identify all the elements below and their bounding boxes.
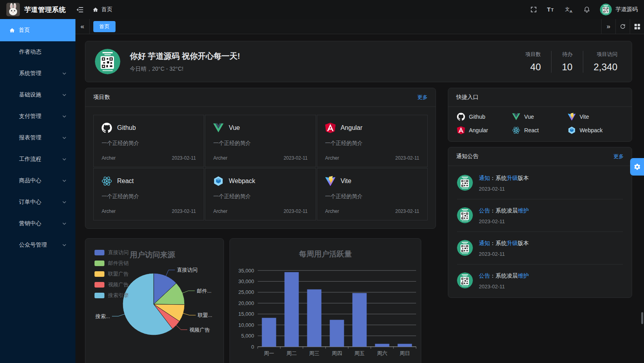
bar-chart-card: 每周用户活跃量 05,00010,00015,00020,00025,00030…: [229, 238, 421, 363]
svg-text:T: T: [547, 6, 551, 13]
pie-legend-item[interactable]: 联盟广告: [94, 270, 129, 278]
tabs-scroll-left-icon[interactable]: «: [75, 19, 90, 34]
shortcut-label: Webpack: [580, 127, 603, 133]
legend-label: 联盟广告: [108, 270, 129, 278]
pie-legend-item[interactable]: 邮件营销: [94, 260, 129, 267]
webpack-icon: [568, 126, 576, 134]
shortcut-webpack[interactable]: Webpack: [568, 126, 623, 134]
project-date: 2023-02-11: [172, 209, 196, 214]
legend-swatch: [94, 271, 104, 277]
svg-text:周三: 周三: [309, 350, 320, 356]
sidebar-item[interactable]: 订单中心: [0, 191, 75, 213]
projects-panel-title: 项目数: [93, 94, 110, 101]
qr-avatar-image: [457, 175, 473, 191]
notification-bell-icon[interactable]: [583, 6, 590, 13]
notice-date: 2023-02-11: [479, 284, 529, 290]
qr-avatar-image: [95, 49, 120, 74]
react-icon: [512, 126, 520, 134]
project-card-vite[interactable]: Vite 一个正经的简介 Archer2023-02-11: [317, 168, 428, 220]
project-author: Archer: [213, 209, 227, 214]
project-name: Github: [117, 124, 136, 131]
shortcut-vue[interactable]: Vue: [512, 113, 567, 121]
grid-menu-icon[interactable]: [630, 19, 644, 34]
notice-item[interactable]: 通知：系统升级版本 2023-02-11: [457, 232, 623, 264]
sidebar-item[interactable]: 商品中心: [0, 170, 75, 191]
sidebar-item[interactable]: 营销中心: [0, 213, 75, 234]
sidebar-item[interactable]: 基础设施: [0, 84, 75, 106]
svg-text:周四: 周四: [332, 350, 342, 356]
pie-legend-item[interactable]: 视频广告: [94, 281, 129, 288]
refresh-icon[interactable]: [615, 19, 630, 34]
project-name: React: [117, 178, 134, 185]
stat-label: 项目访问: [594, 51, 617, 58]
shortcut-vite[interactable]: Vite: [568, 113, 623, 121]
project-card-vue[interactable]: Vue 一个正经的简介 Archer2023-02-11: [205, 115, 316, 167]
shortcut-angular[interactable]: Angular: [457, 126, 512, 134]
user-menu[interactable]: 芋道源码: [600, 4, 638, 15]
qr-avatar-image: [600, 4, 612, 15]
tab-首页[interactable]: 首页: [93, 21, 116, 32]
webpack-icon: [213, 176, 224, 186]
sidebar-item[interactable]: 首页: [0, 19, 75, 41]
project-card-webpack[interactable]: Webpack 一个正经的简介 Archer2023-02-11: [205, 168, 316, 220]
project-name: Vite: [341, 178, 351, 185]
svg-text:0: 0: [251, 344, 254, 350]
notices-more-link[interactable]: 更多: [613, 153, 624, 160]
projects-more-link[interactable]: 更多: [417, 94, 428, 101]
pie-legend-item[interactable]: 直接访问: [94, 249, 129, 256]
home-icon: [93, 7, 98, 13]
sidebar-item-label: 首页: [19, 27, 30, 34]
fullscreen-icon[interactable]: [530, 6, 537, 13]
notice-title: 通知：系统升级版本: [479, 175, 529, 182]
project-author: Archer: [102, 209, 116, 214]
font-size-icon[interactable]: T T: [547, 6, 555, 13]
stat-value: 10: [562, 62, 573, 73]
sidebar-item[interactable]: 支付管理: [0, 106, 75, 127]
chevron-down-icon: [62, 114, 67, 119]
sidebar-item[interactable]: 报表管理: [0, 127, 75, 149]
shortcut-react[interactable]: React: [512, 126, 567, 134]
sidebar-item-label: 支付管理: [19, 113, 41, 120]
tabs-scroll-right-icon[interactable]: »: [601, 19, 615, 34]
notice-item[interactable]: 公告：系统凌晨维护 2023-02-11: [457, 264, 623, 297]
sidebar-item[interactable]: 公众号管理: [0, 234, 75, 256]
legend-label: 视频广告: [108, 281, 129, 288]
sidebar-item-label: 工作流程: [19, 156, 41, 163]
chevron-down-icon: [62, 93, 67, 97]
breadcrumb[interactable]: 首页: [93, 6, 112, 13]
stat-label: 待办: [562, 51, 573, 58]
project-author: Archer: [325, 209, 339, 214]
menu-fold-icon[interactable]: [76, 6, 84, 14]
project-card-github[interactable]: Github 一个正经的简介 Archer2023-02-11: [93, 115, 204, 167]
notice-title: 通知：系统升级版本: [479, 240, 529, 247]
projects-grid: Github 一个正经的简介 Archer2023-02-11Vue 一个正经的…: [85, 107, 436, 228]
scrollbar-thumb[interactable]: [641, 312, 643, 324]
shortcut-label: Vue: [524, 114, 534, 120]
app-logo[interactable]: [6, 3, 20, 16]
vite-icon: [325, 176, 335, 186]
notice-item[interactable]: 公告：系统凌晨维护 2023-02-11: [457, 199, 623, 232]
notice-avatar: [457, 207, 473, 223]
sidebar: 首页作者动态系统管理基础设施支付管理报表管理工作流程商品中心订单中心营销中心公众…: [0, 19, 75, 363]
sidebar-item-label: 订单中心: [19, 199, 41, 206]
project-card-angular[interactable]: Angular 一个正经的简介 Archer2023-02-11: [317, 115, 428, 167]
theme-settings-button[interactable]: [630, 158, 644, 176]
project-name: Vue: [229, 124, 240, 131]
notice-item[interactable]: 通知：系统升级版本 2023-02-11: [457, 167, 623, 199]
sidebar-item[interactable]: 作者动态: [0, 41, 75, 63]
project-desc: 一个正经的简介: [325, 140, 419, 147]
welcome-stats: 项目数 40待办 10项目访问 2,340: [515, 51, 617, 73]
shortcut-label: React: [524, 127, 539, 133]
shortcut-github[interactable]: Github: [457, 113, 512, 121]
svg-text:邮件...: 邮件...: [197, 288, 212, 294]
sidebar-item[interactable]: 系统管理: [0, 63, 75, 84]
locale-icon[interactable]: 文 A: [565, 6, 574, 14]
svg-text:5,000: 5,000: [241, 333, 254, 339]
notice-title: 公告：系统凌晨维护: [479, 207, 529, 214]
project-date: 2023-02-11: [283, 209, 308, 214]
project-card-react[interactable]: React 一个正经的简介 Archer2023-02-11: [93, 168, 204, 220]
github-icon: [102, 123, 112, 133]
sidebar-item[interactable]: 工作流程: [0, 149, 75, 170]
project-author: Archer: [213, 155, 227, 161]
pie-legend-item[interactable]: 搜索引擎: [94, 292, 129, 299]
